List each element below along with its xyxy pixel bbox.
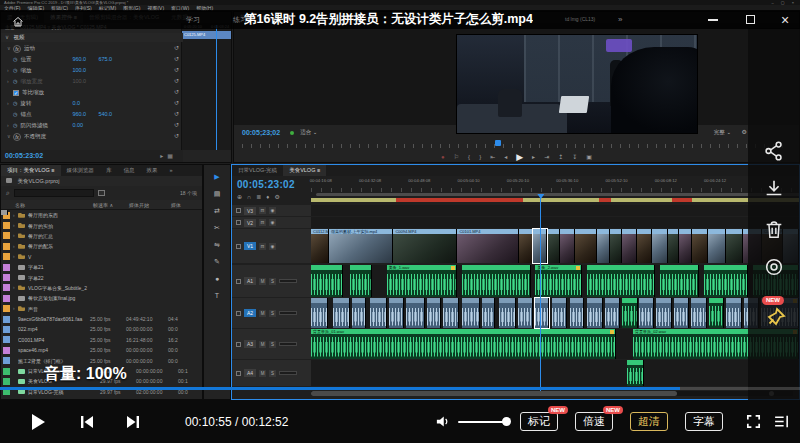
effect-row[interactable]: ∨fx运动↺ xyxy=(1,43,183,54)
effect-row[interactable]: ›◷防闪烁滤镜0.00↺ xyxy=(1,120,183,131)
param-value[interactable]: 0.0 xyxy=(72,98,90,109)
timeline-clip[interactable]: C0094.MP4 xyxy=(393,229,457,263)
track-lock-icon[interactable] xyxy=(236,279,241,284)
label-color[interactable] xyxy=(3,357,10,364)
track-chip[interactable]: V1 xyxy=(244,242,256,250)
work-area-bar[interactable] xyxy=(311,198,799,202)
more-chevrons[interactable]: » xyxy=(618,10,622,29)
track-lock-icon[interactable] xyxy=(236,371,241,376)
mute-button[interactable]: M xyxy=(259,341,266,348)
track-header-V1[interactable]: V1⊟◉ xyxy=(232,229,311,263)
mark-out-icon[interactable]: } xyxy=(479,154,481,160)
timeline-clip[interactable] xyxy=(370,298,387,328)
timeline-clip[interactable]: 美食_2.wav xyxy=(535,265,581,297)
timeline-clip[interactable] xyxy=(637,229,651,263)
mini-playhead[interactable] xyxy=(216,25,217,150)
track-chip[interactable]: A2 xyxy=(244,309,256,317)
param-value[interactable]: 960.0 xyxy=(72,109,90,120)
timeline-clip[interactable] xyxy=(726,229,743,263)
track-lane-V3[interactable] xyxy=(311,205,799,216)
label-color[interactable] xyxy=(3,274,10,281)
param-value[interactable]: 540.0 xyxy=(98,109,116,120)
timeline-clip[interactable] xyxy=(570,298,585,328)
param-value[interactable]: 100.0 xyxy=(72,65,90,76)
timeline-clip[interactable] xyxy=(406,298,425,328)
panel-tab[interactable]: 项目：美食VLOG ≡ xyxy=(1,165,61,176)
track-header-A1[interactable]: A1MS xyxy=(232,265,311,297)
expand-arrow-icon[interactable]: › xyxy=(13,213,18,218)
share-icon[interactable] xyxy=(763,140,785,166)
reset-icon[interactable]: ↺ xyxy=(174,43,179,54)
timeline-clip[interactable] xyxy=(519,229,533,263)
monitor-settings-icon[interactable]: ⚙ xyxy=(742,125,747,140)
program-mini-ruler[interactable] xyxy=(242,140,791,148)
timeline-clip[interactable] xyxy=(679,229,691,263)
program-timecode[interactable]: 00:05;23;02 xyxy=(242,125,280,140)
timeline-clip[interactable] xyxy=(622,298,638,328)
track-visibility-icon[interactable]: ◉ xyxy=(269,243,276,250)
timeline-clip[interactable] xyxy=(443,298,460,328)
mute-button[interactable]: M xyxy=(259,370,266,377)
param-value[interactable]: 675.0 xyxy=(98,54,116,65)
sync-lock-icon[interactable]: ⊟ xyxy=(259,207,266,214)
timeline-clip[interactable]: 做菜的素材-上午实拍.mp4 xyxy=(329,229,393,263)
project-item[interactable]: 022.mp425.00 fps00:00:00:0000:0 xyxy=(1,324,202,334)
project-item[interactable]: ›餐厅的实拍 xyxy=(1,220,202,230)
effect-row[interactable]: ›◷缩放100.0↺ xyxy=(1,65,183,76)
type-tool-icon[interactable]: T xyxy=(215,292,219,300)
effect-row[interactable]: ◷位置960.0675.0↺ xyxy=(1,54,183,65)
project-item[interactable]: space46.mp425.00 fps00:00:00:0000:0 xyxy=(1,345,202,355)
timeline-clip[interactable] xyxy=(462,298,480,328)
track-lane-V2[interactable] xyxy=(311,217,799,228)
track-lock-icon[interactable] xyxy=(236,244,241,249)
label-color[interactable] xyxy=(3,264,10,271)
reset-icon[interactable]: ↺ xyxy=(174,87,179,98)
solo-button[interactable]: S xyxy=(269,370,276,377)
track-chip[interactable]: V2 xyxy=(244,219,256,227)
hand-tool-icon[interactable]: ● xyxy=(215,275,219,283)
project-search-input[interactable] xyxy=(14,189,94,197)
download-icon[interactable] xyxy=(763,178,785,204)
label-color[interactable] xyxy=(3,284,10,291)
timeline-clip[interactable] xyxy=(333,298,350,328)
effect-row[interactable]: ›◷旋转0.0↺ xyxy=(1,98,183,109)
timeline-clip[interactable] xyxy=(709,298,724,328)
label-color[interactable] xyxy=(3,295,10,302)
project-item[interactable]: ›餐厅的配乐 xyxy=(1,241,202,251)
panel-tab[interactable]: » xyxy=(164,165,179,176)
slip-tool-icon[interactable]: ⇋ xyxy=(214,241,220,249)
project-item[interactable]: 9aecxG6b9a787dax6061.faa25.00 fps04:49:4… xyxy=(1,314,202,324)
selection-tool-icon[interactable]: ▶ xyxy=(214,173,219,181)
timeline-clip[interactable] xyxy=(547,229,560,263)
column-header[interactable]: 媒体 xyxy=(171,200,181,209)
go-to-out-icon[interactable]: ⇥ xyxy=(544,153,549,160)
extract-icon[interactable]: ↧ xyxy=(572,153,577,160)
project-item[interactable]: 餐饮店策划案final.jpg xyxy=(1,293,202,303)
track-header-A2[interactable]: A2MS xyxy=(232,298,311,328)
timeline-clip[interactable]: C0112.MP4 xyxy=(311,229,329,263)
expand-arrow-icon[interactable]: › xyxy=(13,223,18,228)
timeline-clip[interactable] xyxy=(652,229,668,263)
pen-tool-icon[interactable]: ✎ xyxy=(214,258,220,266)
reset-icon[interactable]: ↺ xyxy=(174,120,179,131)
label-color[interactable] xyxy=(3,305,10,312)
solo-button[interactable]: S xyxy=(269,341,276,348)
play-icon[interactable]: ▶ xyxy=(516,152,523,162)
timeline-clip[interactable] xyxy=(462,265,530,297)
next-episode-button[interactable] xyxy=(126,400,140,443)
track-lane-V1[interactable]: C0112.MP4做菜的素材-上午实拍.mp4C0094.MP4C0101.MP… xyxy=(311,229,799,263)
label-color[interactable] xyxy=(3,222,10,229)
close-button[interactable]: × xyxy=(772,10,798,29)
stopwatch-icon[interactable]: ◷ xyxy=(13,54,17,65)
step-forward-icon[interactable]: ▸ xyxy=(532,153,535,160)
video-section-header[interactable]: ∨ 视频 xyxy=(1,33,183,42)
ripple-edit-tool-icon[interactable]: ⇄ xyxy=(214,207,220,215)
solo-button[interactable]: S xyxy=(269,278,276,285)
column-header[interactable]: 名称 xyxy=(1,200,93,209)
track-chip[interactable]: V3 xyxy=(244,207,256,215)
timeline-clip[interactable] xyxy=(575,229,597,263)
track-lane-A4[interactable] xyxy=(311,360,799,386)
track-lane-A1[interactable]: 美食_1.wav美食_2.wav xyxy=(311,265,799,297)
timeline-clip[interactable] xyxy=(350,265,372,297)
timeline-clip[interactable] xyxy=(482,298,496,328)
